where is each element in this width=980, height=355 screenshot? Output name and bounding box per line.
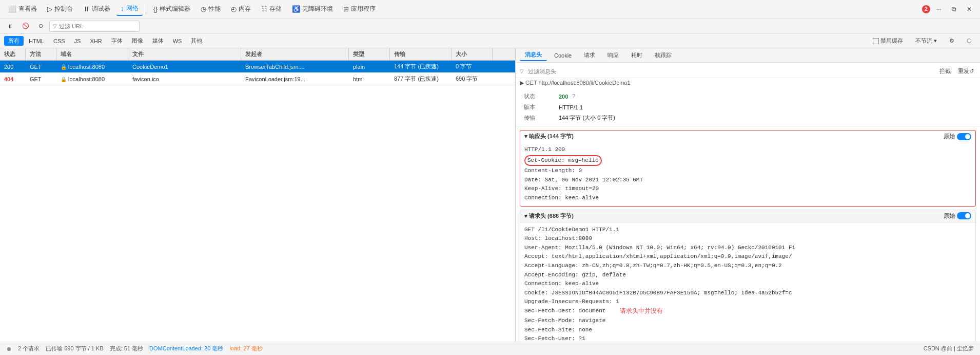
filter-tab-css[interactable]: CSS <box>49 37 69 45</box>
toolbar-console[interactable]: ▷ 控制台 <box>43 3 77 15</box>
cell-type-1: plain <box>349 64 390 70</box>
memory-icon: ◴ <box>231 5 237 13</box>
load-info[interactable]: load: 27 毫秒 <box>229 345 262 352</box>
toolbar-storage[interactable]: ☷ 存储 <box>257 3 286 15</box>
filter-tabs: 所有 HTML CSS JS XHR 字体 图像 媒体 WS 其他 禁用缓存 不… <box>0 34 980 48</box>
response-headers-content: HTTP/1.1 200 Set-Cookie: msg=hello Conte… <box>520 142 975 206</box>
transfer-info: 已传输 690 字节 / 1 KB <box>46 345 103 352</box>
raw-toggle-switch-request[interactable] <box>957 212 971 219</box>
toolbar-memory-label: 内存 <box>239 5 251 13</box>
toolbar-style-editor[interactable]: {} 样式编辑器 <box>149 3 195 15</box>
pause-button[interactable]: ⏸ <box>4 22 16 30</box>
tab-timing[interactable]: 耗时 <box>626 50 648 61</box>
tab-cookie[interactable]: Cookie <box>549 51 577 60</box>
toolbar-network[interactable]: ↕ 网络 <box>116 2 143 16</box>
toolbar-application[interactable]: ⊞ 应用程序 <box>339 3 380 15</box>
cell-initiator-2: FaviconLoader.jsm:19... <box>241 76 349 82</box>
filter-tab-js[interactable]: JS <box>70 37 85 45</box>
throttle-select[interactable]: 不节流 ▾ <box>911 36 941 46</box>
toolbar-resize[interactable]: ⧉ <box>948 4 961 15</box>
tab-request[interactable]: 请求 <box>579 50 600 61</box>
filter-tab-other[interactable]: 其他 <box>187 36 206 46</box>
transfer-row: 传输 144 字节 (大小 0 字节) <box>524 113 972 123</box>
version-value: HTTP/1.1 <box>559 104 583 110</box>
req-header-line-1: GET /li/CookieDemo1 HTTP/1.1 <box>524 226 971 235</box>
toolbar-performance[interactable]: ◷ 性能 <box>197 3 225 15</box>
raw-toggle-switch-response[interactable] <box>957 133 971 140</box>
toolbar-close[interactable]: ✕ <box>963 4 976 15</box>
toolbar-debugger[interactable]: ⏸ 调试器 <box>79 3 114 15</box>
tab-response[interactable]: 响应 <box>602 50 624 61</box>
status-value: 200 <box>559 94 568 100</box>
toolbar-inspector-label: 查看器 <box>18 5 37 13</box>
status-row: 状态 200 ? <box>524 91 972 102</box>
clear-button[interactable]: 🚫 <box>19 22 32 30</box>
raw-toggle-request[interactable]: 原始 <box>944 212 971 220</box>
response-headers-section: ▾ 响应头 (144 字节) 原始 HTTP/1.1 200 Set-Cooki… <box>520 130 976 207</box>
cell-domain-2: 🔒 localhost:8080 <box>56 76 128 82</box>
finish-info: 完成: 51 毫秒 <box>110 345 143 352</box>
raw-toggle-response[interactable]: 原始 <box>944 133 971 140</box>
req-header-line-7: Connection: keep-alive <box>524 279 971 289</box>
request-headers-title-text: ▾ 请求头 (686 字节) <box>524 212 574 220</box>
tab-headers[interactable]: 消息头 <box>520 49 547 61</box>
url-filter-input[interactable] <box>59 23 136 29</box>
header-initiator: 发起者 <box>241 48 349 60</box>
toolbar-more[interactable]: ··· <box>932 4 946 15</box>
table-row[interactable]: 200 GET 🔒 localhost:8080 CookieDemo1 Bro… <box>0 61 515 73</box>
disable-cache-checkbox[interactable]: 禁用缓存 <box>869 36 907 46</box>
req-header-line-3: User-Agent: Mozilla/5.0 (Windows NT 10.0… <box>524 244 971 253</box>
cell-domain-1: 🔒 localhost:8080 <box>56 64 128 70</box>
headers-filter-input[interactable] <box>528 68 933 74</box>
settings-icon[interactable]: ⚙ <box>945 36 958 45</box>
resend-button[interactable]: 重发↺ <box>956 67 976 76</box>
req-header-line-10-row: Sec-Fetch-Dest: document 请求头中并没有 <box>524 307 971 316</box>
annotation-text: 请求头中并没有 <box>620 307 663 316</box>
get-url-row[interactable]: ▶ GET http://localhost:8080/li/CookieDem… <box>516 78 980 88</box>
cell-method-2: GET <box>26 76 56 82</box>
right-panel-content: ▽ 拦截 重发↺ ▶ GET http://localhost:8080/li/… <box>516 63 980 342</box>
lock-icon-2: 🔒 <box>61 77 67 82</box>
right-panel: 消息头 Cookie 请求 响应 耗时 栈跟踪 ▽ 拦截 重发↺ ▶ GET h… <box>516 48 980 342</box>
filter-tab-font[interactable]: 字体 <box>107 36 127 46</box>
intercept-button[interactable]: 拦截 <box>937 67 953 76</box>
transfer-label: 传输 <box>524 114 555 122</box>
toolbar-divider <box>146 4 146 14</box>
filter-funnel-icon: ▽ <box>520 68 524 74</box>
toolbar-inspector[interactable]: ⬜ 查看器 <box>4 3 41 15</box>
filter-tab-ws[interactable]: WS <box>169 37 186 45</box>
filter-tab-image[interactable]: 图像 <box>128 36 147 46</box>
toolbar-memory[interactable]: ◴ 内存 <box>227 3 255 15</box>
dom-loaded-info[interactable]: DOMContentLoaded: 20 毫秒 <box>149 345 223 352</box>
header-transfer: 传输 <box>390 48 452 60</box>
status-help-icon[interactable]: ? <box>572 94 575 99</box>
request-headers-section: ▾ 请求头 (686 字节) 原始 GET /li/CookieDemo1 HT… <box>520 210 976 342</box>
expand-icon[interactable]: ⬡ <box>963 36 976 45</box>
filter-tab-xhr[interactable]: XHR <box>86 37 106 45</box>
cell-method-1: GET <box>26 64 56 70</box>
set-cookie-highlight: Set-Cookie: msg=hello <box>524 155 602 166</box>
filter-tab-media[interactable]: 媒体 <box>148 36 168 46</box>
cell-size-1: 0 字节 <box>452 63 493 70</box>
capture-button[interactable]: ⊙ <box>35 22 46 30</box>
response-header-line-3: Content-Length: 0 <box>524 166 971 176</box>
list-rows: 200 GET 🔒 localhost:8080 CookieDemo1 Bro… <box>0 61 515 85</box>
network-toolbar: ⏸ 🚫 ⊙ ▽ <box>0 18 980 34</box>
req-header-line-10: Sec-Fetch-Dest: document <box>524 307 605 316</box>
cell-transfer-2: 877 字节 (已疾速) <box>390 75 452 83</box>
req-header-line-5: Accept-Language: zh-CN,zh;q=0.8,zh-TW;q=… <box>524 261 971 271</box>
request-headers-title[interactable]: ▾ 请求头 (686 字节) 原始 <box>520 210 976 222</box>
filter-bar[interactable]: ▽ <box>49 21 140 32</box>
tab-stack[interactable]: 栈跟踪 <box>650 50 677 61</box>
toolbar-console-label: 控制台 <box>54 5 73 13</box>
table-row[interactable]: 404 GET 🔒 localhost:8080 favicon.ico Fav… <box>0 73 515 85</box>
filter-tab-html[interactable]: HTML <box>25 37 48 45</box>
record-button[interactable]: ⏺ <box>6 346 12 352</box>
filter-tab-all[interactable]: 所有 <box>4 36 24 46</box>
header-type: 类型 <box>349 48 390 60</box>
header-domain: 域名 <box>56 48 128 60</box>
response-headers-title[interactable]: ▾ 响应头 (144 字节) 原始 <box>520 130 975 142</box>
right-filter-row: ▽ 拦截 重发↺ <box>516 65 980 78</box>
network-icon: ↕ <box>121 5 124 12</box>
toolbar-accessibility[interactable]: ♿ 无障碍环境 <box>288 3 337 15</box>
